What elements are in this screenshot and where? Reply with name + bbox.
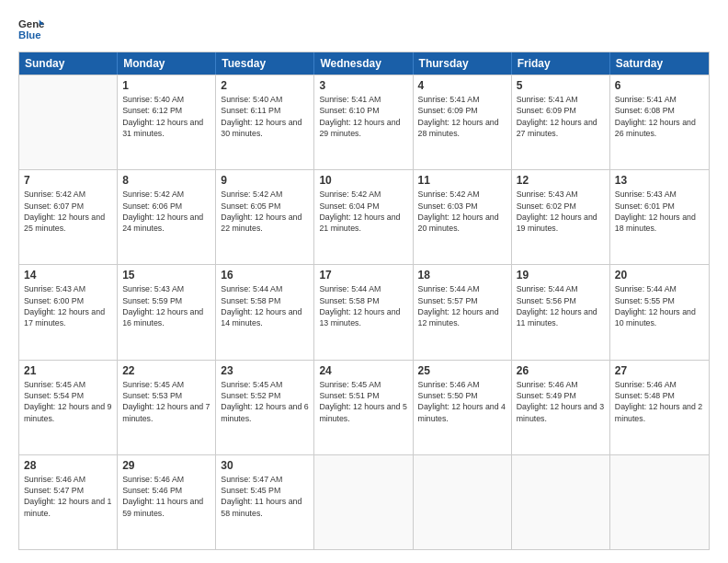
day-number: 30: [221, 459, 309, 472]
header-day-tuesday: Tuesday: [216, 52, 314, 75]
day-cell-20: 20Sunrise: 5:44 AMSunset: 5:55 PMDayligh…: [610, 265, 709, 359]
header: General Blue: [18, 17, 710, 42]
empty-cell: [610, 455, 709, 549]
day-number: 18: [418, 269, 506, 282]
empty-cell: [19, 75, 118, 169]
header-day-sunday: Sunday: [19, 52, 118, 75]
day-number: 20: [615, 269, 704, 282]
week-row-3: 14Sunrise: 5:43 AMSunset: 6:00 PMDayligh…: [19, 264, 709, 359]
day-number: 28: [24, 459, 112, 472]
day-number: 16: [221, 269, 309, 282]
day-cell-11: 11Sunrise: 5:42 AMSunset: 6:03 PMDayligh…: [414, 170, 512, 264]
day-cell-16: 16Sunrise: 5:44 AMSunset: 5:58 PMDayligh…: [216, 265, 314, 359]
day-cell-7: 7Sunrise: 5:42 AMSunset: 6:07 PMDaylight…: [19, 170, 118, 264]
header-day-wednesday: Wednesday: [314, 52, 413, 75]
day-cell-5: 5Sunrise: 5:41 AMSunset: 6:09 PMDaylight…: [512, 75, 610, 169]
day-cell-29: 29Sunrise: 5:46 AMSunset: 5:46 PMDayligh…: [118, 455, 216, 549]
day-cell-23: 23Sunrise: 5:45 AMSunset: 5:52 PMDayligh…: [216, 361, 314, 454]
day-cell-13: 13Sunrise: 5:43 AMSunset: 6:01 PMDayligh…: [610, 170, 709, 264]
day-info: Sunrise: 5:46 AMSunset: 5:50 PMDaylight:…: [418, 379, 506, 424]
header-day-monday: Monday: [118, 52, 216, 75]
day-cell-3: 3Sunrise: 5:41 AMSunset: 6:10 PMDaylight…: [314, 75, 413, 169]
day-cell-2: 2Sunrise: 5:40 AMSunset: 6:11 PMDaylight…: [216, 75, 314, 169]
day-info: Sunrise: 5:46 AMSunset: 5:49 PMDaylight:…: [517, 379, 605, 424]
day-number: 6: [615, 79, 704, 92]
day-number: 13: [615, 174, 704, 187]
week-row-2: 7Sunrise: 5:42 AMSunset: 6:07 PMDaylight…: [19, 169, 709, 264]
empty-cell: [314, 455, 413, 549]
day-cell-25: 25Sunrise: 5:46 AMSunset: 5:50 PMDayligh…: [414, 361, 512, 454]
day-number: 25: [418, 364, 506, 377]
week-row-1: 1Sunrise: 5:40 AMSunset: 6:12 PMDaylight…: [19, 75, 709, 169]
day-info: Sunrise: 5:42 AMSunset: 6:05 PMDaylight:…: [221, 189, 309, 234]
day-info: Sunrise: 5:45 AMSunset: 5:53 PMDaylight:…: [122, 379, 210, 424]
day-info: Sunrise: 5:41 AMSunset: 6:08 PMDaylight:…: [615, 94, 704, 139]
day-info: Sunrise: 5:44 AMSunset: 5:56 PMDaylight:…: [517, 283, 605, 328]
day-info: Sunrise: 5:43 AMSunset: 6:02 PMDaylight:…: [517, 189, 605, 234]
day-number: 4: [418, 79, 506, 92]
calendar-header: SundayMondayTuesdayWednesdayThursdayFrid…: [19, 52, 709, 75]
day-number: 29: [122, 459, 210, 472]
empty-cell: [414, 455, 512, 549]
day-cell-26: 26Sunrise: 5:46 AMSunset: 5:49 PMDayligh…: [512, 361, 610, 454]
day-number: 14: [24, 269, 112, 282]
day-number: 5: [517, 79, 605, 92]
logo: General Blue: [18, 17, 44, 42]
day-cell-17: 17Sunrise: 5:44 AMSunset: 5:58 PMDayligh…: [314, 265, 413, 359]
day-cell-28: 28Sunrise: 5:46 AMSunset: 5:47 PMDayligh…: [19, 455, 118, 549]
day-info: Sunrise: 5:40 AMSunset: 6:12 PMDaylight:…: [122, 94, 210, 139]
day-info: Sunrise: 5:42 AMSunset: 6:03 PMDaylight:…: [418, 189, 506, 234]
page: General Blue SundayMondayTuesdayWednesda…: [0, 0, 728, 563]
day-number: 10: [319, 174, 407, 187]
day-info: Sunrise: 5:40 AMSunset: 6:11 PMDaylight:…: [221, 94, 309, 139]
day-info: Sunrise: 5:42 AMSunset: 6:06 PMDaylight:…: [122, 189, 210, 234]
day-info: Sunrise: 5:45 AMSunset: 5:54 PMDaylight:…: [24, 379, 112, 424]
day-cell-27: 27Sunrise: 5:46 AMSunset: 5:48 PMDayligh…: [610, 361, 709, 454]
day-info: Sunrise: 5:43 AMSunset: 5:59 PMDaylight:…: [122, 283, 210, 328]
day-number: 12: [517, 174, 605, 187]
day-number: 8: [122, 174, 210, 187]
day-cell-1: 1Sunrise: 5:40 AMSunset: 6:12 PMDaylight…: [118, 75, 216, 169]
day-info: Sunrise: 5:42 AMSunset: 6:04 PMDaylight:…: [319, 189, 407, 234]
day-number: 21: [24, 364, 112, 377]
day-cell-18: 18Sunrise: 5:44 AMSunset: 5:57 PMDayligh…: [414, 265, 512, 359]
day-number: 19: [517, 269, 605, 282]
day-cell-19: 19Sunrise: 5:44 AMSunset: 5:56 PMDayligh…: [512, 265, 610, 359]
week-row-5: 28Sunrise: 5:46 AMSunset: 5:47 PMDayligh…: [19, 454, 709, 549]
day-info: Sunrise: 5:46 AMSunset: 5:47 PMDaylight:…: [24, 474, 112, 519]
day-cell-14: 14Sunrise: 5:43 AMSunset: 6:00 PMDayligh…: [19, 265, 118, 359]
day-info: Sunrise: 5:46 AMSunset: 5:46 PMDaylight:…: [122, 474, 210, 519]
svg-text:Blue: Blue: [18, 29, 41, 40]
logo-icon: General Blue: [18, 17, 44, 42]
day-info: Sunrise: 5:41 AMSunset: 6:09 PMDaylight:…: [517, 94, 605, 139]
day-number: 1: [122, 79, 210, 92]
day-info: Sunrise: 5:44 AMSunset: 5:57 PMDaylight:…: [418, 283, 506, 328]
empty-cell: [512, 455, 610, 549]
day-info: Sunrise: 5:44 AMSunset: 5:58 PMDaylight:…: [319, 283, 407, 328]
day-number: 9: [221, 174, 309, 187]
day-cell-30: 30Sunrise: 5:47 AMSunset: 5:45 PMDayligh…: [216, 455, 314, 549]
day-info: Sunrise: 5:44 AMSunset: 5:55 PMDaylight:…: [615, 283, 704, 328]
day-number: 22: [122, 364, 210, 377]
day-number: 7: [24, 174, 112, 187]
day-info: Sunrise: 5:45 AMSunset: 5:52 PMDaylight:…: [221, 379, 309, 424]
day-cell-12: 12Sunrise: 5:43 AMSunset: 6:02 PMDayligh…: [512, 170, 610, 264]
day-number: 23: [221, 364, 309, 377]
week-row-4: 21Sunrise: 5:45 AMSunset: 5:54 PMDayligh…: [19, 360, 709, 454]
day-info: Sunrise: 5:41 AMSunset: 6:10 PMDaylight:…: [319, 94, 407, 139]
day-cell-22: 22Sunrise: 5:45 AMSunset: 5:53 PMDayligh…: [118, 361, 216, 454]
day-info: Sunrise: 5:46 AMSunset: 5:48 PMDaylight:…: [615, 379, 704, 424]
day-number: 27: [615, 364, 704, 377]
day-info: Sunrise: 5:41 AMSunset: 6:09 PMDaylight:…: [418, 94, 506, 139]
day-cell-10: 10Sunrise: 5:42 AMSunset: 6:04 PMDayligh…: [314, 170, 413, 264]
day-info: Sunrise: 5:44 AMSunset: 5:58 PMDaylight:…: [221, 283, 309, 328]
day-number: 15: [122, 269, 210, 282]
day-cell-15: 15Sunrise: 5:43 AMSunset: 5:59 PMDayligh…: [118, 265, 216, 359]
day-cell-9: 9Sunrise: 5:42 AMSunset: 6:05 PMDaylight…: [216, 170, 314, 264]
header-day-thursday: Thursday: [414, 52, 512, 75]
day-number: 3: [319, 79, 407, 92]
calendar: SundayMondayTuesdayWednesdayThursdayFrid…: [18, 52, 710, 550]
day-number: 17: [319, 269, 407, 282]
day-info: Sunrise: 5:45 AMSunset: 5:51 PMDaylight:…: [319, 379, 407, 424]
day-cell-21: 21Sunrise: 5:45 AMSunset: 5:54 PMDayligh…: [19, 361, 118, 454]
